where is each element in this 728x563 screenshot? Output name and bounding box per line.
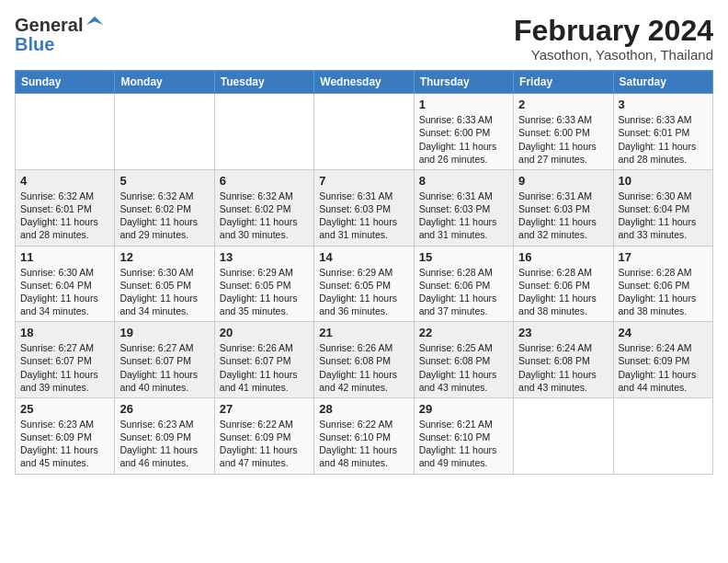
calendar-cell bbox=[314, 94, 414, 170]
day-number: 15 bbox=[419, 250, 508, 264]
cell-info: Sunrise: 6:30 AMSunset: 6:04 PMDaylight:… bbox=[20, 266, 109, 318]
calendar-subtitle: Yasothon, Yasothon, Thailand bbox=[514, 47, 713, 63]
calendar-cell: 12Sunrise: 6:30 AMSunset: 6:05 PMDayligh… bbox=[115, 246, 214, 322]
day-number: 1 bbox=[419, 98, 508, 111]
cell-info: Sunrise: 6:28 AMSunset: 6:06 PMDaylight:… bbox=[419, 266, 508, 318]
cell-info: Sunrise: 6:21 AMSunset: 6:10 PMDaylight:… bbox=[419, 418, 508, 470]
cell-info: Sunrise: 6:33 AMSunset: 6:00 PMDaylight:… bbox=[419, 113, 508, 166]
cell-info: Sunrise: 6:33 AMSunset: 6:01 PMDaylight:… bbox=[619, 113, 708, 166]
day-number: 6 bbox=[220, 174, 309, 188]
day-number: 11 bbox=[20, 250, 109, 264]
cell-info: Sunrise: 6:22 AMSunset: 6:09 PMDaylight:… bbox=[220, 418, 309, 470]
calendar-week-row: 4Sunrise: 6:32 AMSunset: 6:01 PMDaylight… bbox=[16, 169, 713, 246]
day-number: 29 bbox=[419, 402, 508, 416]
cell-info: Sunrise: 6:26 AMSunset: 6:08 PMDaylight:… bbox=[319, 341, 408, 394]
calendar-cell bbox=[214, 94, 313, 170]
calendar-cell: 8Sunrise: 6:31 AMSunset: 6:03 PMDaylight… bbox=[414, 169, 513, 246]
cell-info: Sunrise: 6:27 AMSunset: 6:07 PMDaylight:… bbox=[20, 341, 109, 394]
day-number: 2 bbox=[518, 98, 608, 111]
calendar-cell: 20Sunrise: 6:26 AMSunset: 6:07 PMDayligh… bbox=[214, 322, 313, 398]
weekday-header-cell: Monday bbox=[115, 71, 214, 94]
calendar-cell: 25Sunrise: 6:23 AMSunset: 6:09 PMDayligh… bbox=[16, 397, 115, 474]
logo-text: General bbox=[15, 15, 83, 35]
calendar-cell: 15Sunrise: 6:28 AMSunset: 6:06 PMDayligh… bbox=[414, 246, 513, 322]
calendar-cell: 7Sunrise: 6:31 AMSunset: 6:03 PMDaylight… bbox=[314, 169, 414, 246]
cell-info: Sunrise: 6:32 AMSunset: 6:01 PMDaylight:… bbox=[20, 190, 109, 242]
calendar-cell: 6Sunrise: 6:32 AMSunset: 6:02 PMDaylight… bbox=[214, 169, 313, 246]
cell-info: Sunrise: 6:23 AMSunset: 6:09 PMDaylight:… bbox=[119, 418, 209, 470]
cell-info: Sunrise: 6:31 AMSunset: 6:03 PMDaylight:… bbox=[518, 190, 608, 242]
calendar-cell: 13Sunrise: 6:29 AMSunset: 6:05 PMDayligh… bbox=[214, 246, 313, 322]
day-number: 16 bbox=[518, 250, 608, 264]
day-number: 10 bbox=[619, 174, 708, 188]
calendar-cell: 23Sunrise: 6:24 AMSunset: 6:08 PMDayligh… bbox=[514, 322, 613, 398]
cell-info: Sunrise: 6:24 AMSunset: 6:08 PMDaylight:… bbox=[518, 341, 608, 394]
calendar-cell: 9Sunrise: 6:31 AMSunset: 6:03 PMDaylight… bbox=[514, 169, 613, 246]
cell-info: Sunrise: 6:26 AMSunset: 6:07 PMDaylight:… bbox=[220, 341, 309, 394]
calendar-cell: 17Sunrise: 6:28 AMSunset: 6:06 PMDayligh… bbox=[613, 246, 712, 322]
calendar-table: SundayMondayTuesdayWednesdayThursdayFrid… bbox=[15, 70, 713, 474]
calendar-cell: 14Sunrise: 6:29 AMSunset: 6:05 PMDayligh… bbox=[314, 246, 414, 322]
day-number: 17 bbox=[619, 250, 708, 264]
calendar-title: February 2024 bbox=[514, 15, 713, 47]
calendar-cell: 11Sunrise: 6:30 AMSunset: 6:04 PMDayligh… bbox=[16, 246, 115, 322]
cell-info: Sunrise: 6:22 AMSunset: 6:10 PMDaylight:… bbox=[319, 418, 408, 470]
day-number: 20 bbox=[220, 326, 309, 339]
calendar-cell bbox=[115, 94, 214, 170]
cell-info: Sunrise: 6:32 AMSunset: 6:02 PMDaylight:… bbox=[220, 190, 309, 242]
cell-info: Sunrise: 6:28 AMSunset: 6:06 PMDaylight:… bbox=[619, 266, 708, 318]
calendar-week-row: 11Sunrise: 6:30 AMSunset: 6:04 PMDayligh… bbox=[16, 246, 713, 322]
calendar-cell bbox=[613, 397, 712, 474]
cell-info: Sunrise: 6:31 AMSunset: 6:03 PMDaylight:… bbox=[419, 190, 508, 242]
cell-info: Sunrise: 6:24 AMSunset: 6:09 PMDaylight:… bbox=[619, 341, 708, 394]
day-number: 19 bbox=[119, 326, 209, 339]
cell-info: Sunrise: 6:23 AMSunset: 6:09 PMDaylight:… bbox=[20, 418, 109, 470]
cell-info: Sunrise: 6:27 AMSunset: 6:07 PMDaylight:… bbox=[119, 341, 209, 394]
cell-info: Sunrise: 6:29 AMSunset: 6:05 PMDaylight:… bbox=[220, 266, 309, 318]
calendar-cell: 4Sunrise: 6:32 AMSunset: 6:01 PMDaylight… bbox=[16, 169, 115, 246]
title-block: February 2024 Yasothon, Yasothon, Thaila… bbox=[514, 15, 713, 63]
weekday-header-cell: Tuesday bbox=[214, 71, 313, 94]
logo-blue: Blue bbox=[15, 35, 105, 53]
day-number: 22 bbox=[419, 326, 508, 339]
day-number: 25 bbox=[20, 402, 109, 416]
logo: General Blue bbox=[15, 15, 105, 53]
cell-info: Sunrise: 6:31 AMSunset: 6:03 PMDaylight:… bbox=[319, 190, 408, 242]
day-number: 23 bbox=[518, 326, 608, 339]
calendar-cell: 19Sunrise: 6:27 AMSunset: 6:07 PMDayligh… bbox=[115, 322, 214, 398]
day-number: 28 bbox=[319, 402, 408, 416]
day-number: 9 bbox=[518, 174, 608, 188]
calendar-cell: 22Sunrise: 6:25 AMSunset: 6:08 PMDayligh… bbox=[414, 322, 513, 398]
calendar-cell: 1Sunrise: 6:33 AMSunset: 6:00 PMDaylight… bbox=[414, 94, 513, 170]
calendar-cell: 16Sunrise: 6:28 AMSunset: 6:06 PMDayligh… bbox=[514, 246, 613, 322]
svg-marker-0 bbox=[86, 17, 103, 25]
calendar-week-row: 18Sunrise: 6:27 AMSunset: 6:07 PMDayligh… bbox=[16, 322, 713, 398]
day-number: 18 bbox=[20, 326, 109, 339]
day-number: 3 bbox=[619, 98, 708, 111]
calendar-cell: 27Sunrise: 6:22 AMSunset: 6:09 PMDayligh… bbox=[214, 397, 313, 474]
day-number: 7 bbox=[319, 174, 408, 188]
day-number: 4 bbox=[20, 174, 109, 188]
day-number: 14 bbox=[319, 250, 408, 264]
calendar-cell: 3Sunrise: 6:33 AMSunset: 6:01 PMDaylight… bbox=[613, 94, 712, 170]
weekday-header-row: SundayMondayTuesdayWednesdayThursdayFrid… bbox=[16, 71, 713, 94]
cell-info: Sunrise: 6:25 AMSunset: 6:08 PMDaylight:… bbox=[419, 341, 508, 394]
day-number: 27 bbox=[220, 402, 309, 416]
logo-icon bbox=[85, 15, 105, 35]
day-number: 24 bbox=[619, 326, 708, 339]
cell-info: Sunrise: 6:29 AMSunset: 6:05 PMDaylight:… bbox=[319, 266, 408, 318]
calendar-cell: 18Sunrise: 6:27 AMSunset: 6:07 PMDayligh… bbox=[16, 322, 115, 398]
calendar-cell bbox=[514, 397, 613, 474]
calendar-week-row: 25Sunrise: 6:23 AMSunset: 6:09 PMDayligh… bbox=[16, 397, 713, 474]
day-number: 26 bbox=[119, 402, 209, 416]
weekday-header-cell: Thursday bbox=[414, 71, 513, 94]
day-number: 5 bbox=[119, 174, 209, 188]
calendar-cell: 10Sunrise: 6:30 AMSunset: 6:04 PMDayligh… bbox=[613, 169, 712, 246]
calendar-cell: 2Sunrise: 6:33 AMSunset: 6:00 PMDaylight… bbox=[514, 94, 613, 170]
calendar-cell bbox=[16, 94, 115, 170]
day-number: 12 bbox=[119, 250, 209, 264]
weekday-header-cell: Wednesday bbox=[314, 71, 414, 94]
calendar-cell: 21Sunrise: 6:26 AMSunset: 6:08 PMDayligh… bbox=[314, 322, 414, 398]
calendar-cell: 24Sunrise: 6:24 AMSunset: 6:09 PMDayligh… bbox=[613, 322, 712, 398]
day-number: 8 bbox=[419, 174, 508, 188]
